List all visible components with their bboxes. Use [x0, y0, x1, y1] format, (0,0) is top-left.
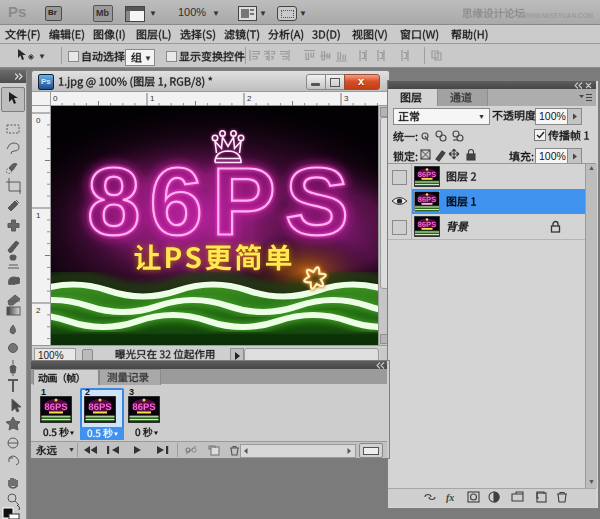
svg-text:fx: fx: [446, 492, 454, 503]
svg-text:2: 2: [36, 306, 41, 315]
svg-text:2: 2: [247, 94, 252, 103]
svg-text:0: 0: [53, 94, 58, 103]
svg-text:1: 1: [36, 211, 41, 220]
svg-text:3: 3: [344, 94, 349, 103]
svg-text:0: 0: [36, 116, 41, 125]
svg-text:1: 1: [150, 94, 155, 103]
